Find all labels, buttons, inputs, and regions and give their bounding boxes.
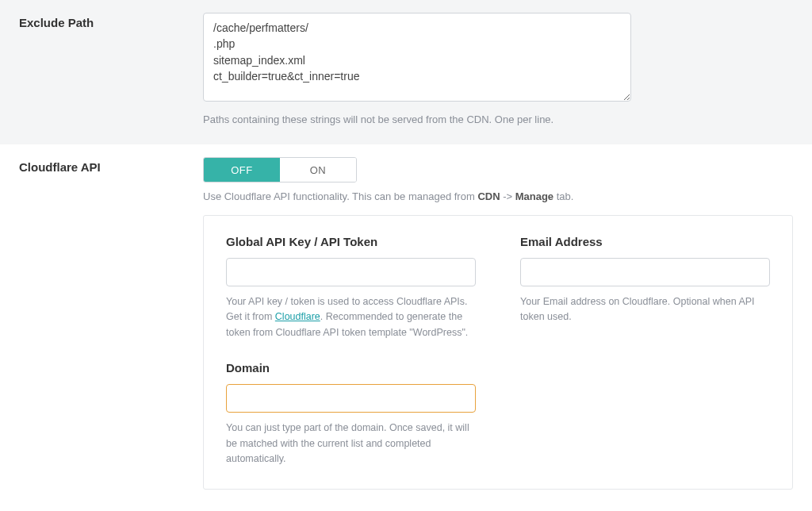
api-key-col: Global API Key / API Token Your API key … <box>226 235 476 467</box>
email-label: Email Address <box>520 235 770 248</box>
cloudflare-help-b2: Manage <box>515 190 553 202</box>
cloudflare-help: Use Cloudflare API functionality. This c… <box>203 190 793 202</box>
domain-input[interactable] <box>226 384 476 413</box>
cloudflare-label-wrap: Cloudflare API <box>19 157 203 490</box>
exclude-path-textarea[interactable] <box>203 13 631 102</box>
email-help: Your Email address on Cloudflare. Option… <box>520 294 770 325</box>
cloudflare-help-pre: Use Cloudflare API functionality. This c… <box>203 190 477 202</box>
cloudflare-toggle[interactable]: OFF ON <box>203 157 357 182</box>
exclude-path-content: Paths containing these strings will not … <box>203 13 793 125</box>
api-key-help: Your API key / token is used to access C… <box>226 294 476 340</box>
api-key-input[interactable] <box>226 258 476 286</box>
domain-label: Domain <box>226 361 476 375</box>
email-input[interactable] <box>520 258 770 286</box>
cloudflare-toggle-off[interactable]: OFF <box>204 158 280 182</box>
cloudflare-panel-row: Global API Key / API Token Your API key … <box>226 235 770 467</box>
exclude-path-section: Exclude Path Paths containing these stri… <box>0 0 812 144</box>
cloudflare-help-arrow: -> <box>500 190 515 202</box>
email-col: Email Address Your Email address on Clou… <box>520 235 770 467</box>
api-key-label: Global API Key / API Token <box>226 235 476 248</box>
cloudflare-label: Cloudflare API <box>19 160 203 174</box>
exclude-path-help: Paths containing these strings will not … <box>203 113 793 125</box>
exclude-path-label-wrap: Exclude Path <box>19 13 203 125</box>
cloudflare-help-post: tab. <box>553 190 573 202</box>
cloudflare-toggle-on[interactable]: ON <box>280 158 356 182</box>
cloudflare-help-b1: CDN <box>477 190 500 202</box>
cloudflare-link[interactable]: Cloudflare <box>275 311 320 322</box>
domain-help: You can just type part of the domain. On… <box>226 421 476 467</box>
cloudflare-content: OFF ON Use Cloudflare API functionality.… <box>203 157 793 490</box>
domain-block: Domain You can just type part of the dom… <box>226 361 476 467</box>
cloudflare-panel: Global API Key / API Token Your API key … <box>203 215 793 490</box>
cloudflare-section: Cloudflare API OFF ON Use Cloudflare API… <box>0 144 812 509</box>
exclude-path-label: Exclude Path <box>19 16 203 29</box>
